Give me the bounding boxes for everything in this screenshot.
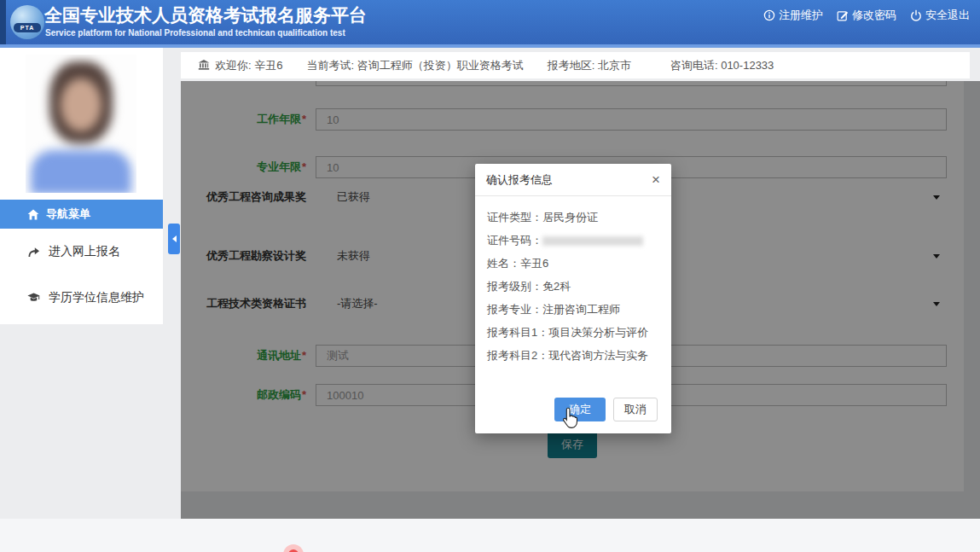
close-icon[interactable]: × <box>652 172 660 187</box>
sidebar-collapse-toggle[interactable] <box>168 224 180 254</box>
cancel-button[interactable]: 取消 <box>613 398 658 421</box>
register-maintain-link[interactable]: 注册维护 <box>763 8 823 23</box>
applicant-photo <box>26 55 136 193</box>
confirm-info-value: 项目决策分析与评价 <box>548 326 648 339</box>
app-subtitle: Service platform for National Profession… <box>45 28 345 38</box>
chevron-left-icon <box>172 235 177 242</box>
current-exam-text: 当前考试: 咨询工程师（投资）职业资格考试 <box>306 58 523 73</box>
safe-logout-label: 安全退出 <box>925 8 970 23</box>
dialog-body: 证件类型：居民身份证证件号码：姓名：辛丑6报考级别：免2科报考专业：注册咨询工程… <box>475 196 671 367</box>
applicant-photo-blur <box>26 55 136 193</box>
graduation-cap-icon <box>27 293 40 303</box>
sidebar-item-degree-info[interactable]: 学历学位信息维护 <box>0 275 163 321</box>
app-title: 全国专业技术人员资格考试报名服务平台 <box>44 3 367 27</box>
photo-card <box>0 48 163 200</box>
sidebar-item-enter-registration[interactable]: 进入网上报名 <box>0 229 163 275</box>
sidebar-item-label: 学历学位信息维护 <box>49 290 144 305</box>
safe-logout-link[interactable]: 安全退出 <box>910 8 970 23</box>
change-password-label: 修改密码 <box>852 8 896 23</box>
confirm-info-row: 报考科目1：项目决策分析与评价 <box>487 321 659 344</box>
redacted-id-number <box>542 236 643 246</box>
confirm-info-value: 现代咨询方法与实务 <box>548 349 648 362</box>
sidebar-menu: 进入网上报名 学历学位信息维护 <box>0 229 163 324</box>
dialog-footer: 确定 取消 <box>554 398 658 421</box>
confirm-info-value: 居民身份证 <box>542 211 598 224</box>
confirm-exam-info-dialog: 确认报考信息 × 证件类型：居民身份证证件号码：姓名：辛丑6报考级别：免2科报考… <box>475 164 671 433</box>
confirm-info-row: 证件类型：居民身份证 <box>487 206 659 229</box>
hotline-text: 咨询电话: 010-12333 <box>670 58 774 73</box>
confirm-button[interactable]: 确定 <box>554 398 606 421</box>
bank-icon <box>198 60 210 71</box>
welcome-bar: 欢迎你: 辛丑6 当前考试: 咨询工程师（投资）职业资格考试 报考地区: 北京市… <box>181 52 970 78</box>
home-icon <box>27 209 39 220</box>
change-password-link[interactable]: 修改密码 <box>837 8 896 23</box>
page: PTA 全国专业技术人员资格考试报名服务平台 Service platform … <box>0 0 980 552</box>
confirm-info-row: 姓名：辛丑6 <box>487 252 659 275</box>
header-bottom-strip <box>0 44 980 48</box>
edit-icon <box>837 9 849 21</box>
confirm-info-row: 报考级别：免2科 <box>487 275 659 298</box>
welcome-text: 欢迎你: 辛丑6 <box>215 58 282 73</box>
register-maintain-label: 注册维护 <box>779 8 823 23</box>
welcome-user: 欢迎你: 辛丑6 <box>198 58 282 73</box>
enter-arrow-icon <box>27 247 40 258</box>
confirm-info-value: 注册咨询工程师 <box>542 303 620 316</box>
sidebar-item-label: 进入网上报名 <box>49 244 120 259</box>
header-edge-decoration <box>0 0 6 44</box>
pta-logo-text: PTA <box>14 23 41 32</box>
power-icon <box>910 9 922 21</box>
page-footer <box>0 519 980 552</box>
confirm-info-row: 证件号码： <box>487 229 659 252</box>
info-icon <box>763 9 775 21</box>
app-header: PTA 全国专业技术人员资格考试报名服务平台 Service platform … <box>0 0 980 44</box>
dialog-title: 确认报考信息 <box>486 172 553 188</box>
dialog-header: 确认报考信息 × <box>475 164 671 196</box>
confirm-info-row: 报考专业：注册咨询工程师 <box>487 298 659 321</box>
header-links: 注册维护 修改密码 安全退出 <box>763 8 970 23</box>
confirm-info-row: 报考科目2：现代咨询方法与实务 <box>487 344 659 367</box>
sidebar-nav-header: 导航菜单 <box>0 200 163 229</box>
sidebar-nav-title: 导航菜单 <box>46 206 90 222</box>
confirm-info-value: 辛丑6 <box>520 257 548 270</box>
confirm-info-value: 免2科 <box>542 280 571 293</box>
pta-logo-icon: PTA <box>10 5 44 39</box>
exam-region-text: 报考地区: 北京市 <box>548 58 631 73</box>
